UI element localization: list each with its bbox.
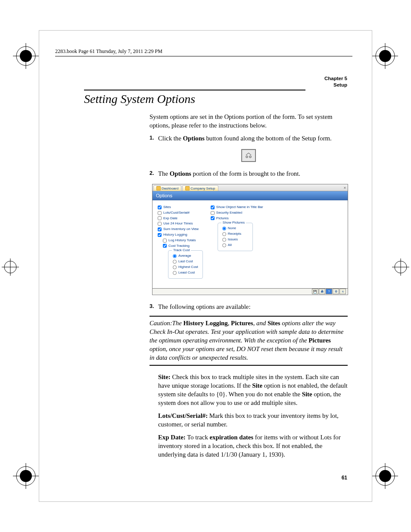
svg-point-3: [20, 50, 32, 62]
body-column: System options are set in the Options po…: [149, 113, 348, 182]
step-2-number: 2.: [149, 170, 158, 177]
checkbox-sites[interactable]: Sites: [158, 205, 203, 210]
step-1-text: Click the Options button found along the…: [158, 134, 348, 143]
checkbox-24-hour[interactable]: Use 24 Hour Times: [158, 221, 203, 227]
options-icon: [241, 149, 256, 162]
folder-icon: [185, 186, 190, 190]
legend-show-pictures: Show Pictures: [221, 220, 246, 226]
crop-mark-mid-left: [2, 258, 19, 276]
step-2: 2. The Options portion of the form is br…: [149, 170, 348, 178]
crop-mark-mid-right: [392, 258, 409, 276]
options-right-column: Show Object Name in Title Bar Security E…: [211, 205, 263, 279]
step-1-number: 1.: [149, 134, 158, 142]
def-exp: Exp Date: To track expiration dates for …: [158, 433, 348, 459]
options-left-column: Sites Lots/Cust/Serial# Exp Date Use 24 …: [158, 205, 203, 279]
radio-least-cost[interactable]: Least Cost: [173, 270, 198, 276]
app-tabstrip: Dashboard Company Setup ×: [153, 184, 348, 191]
fieldset-show-pictures: Show Pictures None Receipts Issues All: [218, 223, 253, 251]
step-1: 1. Click the Options button found along …: [149, 134, 348, 143]
checkbox-security-enabled[interactable]: Security Enabled: [211, 210, 263, 216]
radio-average[interactable]: Average: [173, 253, 198, 259]
radio-none[interactable]: None: [222, 226, 248, 231]
def-site: Site: Check this box to track multiple s…: [158, 373, 348, 408]
crop-mark-top-left: [13, 43, 39, 69]
page-header-line: 2283.book Page 61 Thursday, July 7, 2011…: [55, 48, 162, 55]
svg-point-23: [249, 156, 251, 158]
footer-options-icon[interactable]: ⚙: [333, 289, 339, 294]
radio-last-cost[interactable]: Last Cost: [173, 259, 198, 264]
crop-mark-bottom-right: [372, 463, 398, 489]
folder-icon: [156, 186, 161, 190]
checkbox-show-object-name[interactable]: Show Object Name in Title Bar: [211, 205, 263, 210]
step-3-text: The following options are available:: [158, 303, 348, 311]
running-head: Chapter 5 Setup: [324, 75, 347, 88]
panel-header: Options: [153, 191, 348, 200]
footer-print-icon[interactable]: 🖶: [319, 289, 325, 294]
svg-point-11: [20, 470, 32, 482]
header-rule: [55, 56, 352, 56]
step-3-number: 3.: [149, 303, 158, 310]
page-number: 61: [342, 475, 347, 481]
checkbox-log-history-totals[interactable]: Log History Totals: [158, 238, 203, 243]
radio-receipts[interactable]: Receipts: [222, 231, 248, 237]
options-button-figure: [149, 149, 348, 162]
def-lots: Lots/Cust/Serial#: Mark this box to trac…: [158, 412, 348, 429]
checkbox-lots[interactable]: Lots/Cust/Serial#: [158, 210, 203, 216]
intro-paragraph: System options are set in the Options po…: [149, 113, 348, 130]
checkbox-sum-inventory[interactable]: Sum Inventory on View: [158, 227, 203, 232]
running-head-line2: Setup: [324, 82, 347, 88]
footer-save-icon[interactable]: 💾: [312, 289, 318, 294]
step-3-row: 3. The following options are available:: [149, 303, 348, 315]
tab-company-setup[interactable]: Company Setup: [182, 185, 218, 191]
footer-help-icon[interactable]: ?: [326, 289, 332, 294]
running-head-line1: Chapter 5: [324, 75, 347, 82]
radio-highest-cost[interactable]: Highest Cost: [173, 264, 198, 270]
options-form-screenshot: Dashboard Company Setup × Options Sites …: [152, 184, 348, 295]
crop-mark-top-right: [372, 43, 398, 69]
svg-point-22: [246, 156, 248, 158]
tab-dashboard[interactable]: Dashboard: [153, 185, 181, 191]
radio-issues[interactable]: Issues: [222, 237, 248, 243]
close-icon[interactable]: ×: [344, 186, 346, 190]
checkbox-history-logging[interactable]: History Logging: [158, 232, 203, 238]
section-title: Setting System Options: [84, 92, 195, 106]
checkbox-exp-date[interactable]: Exp Date: [158, 216, 203, 221]
app-statusbar: 💾 🖶 ? ⚙ ⎋: [153, 288, 348, 294]
caution-block: Caution:The History Logging, Pictures, a…: [149, 316, 348, 366]
step-2-text: The Options portion of the form is broug…: [158, 170, 348, 178]
svg-point-7: [379, 50, 391, 62]
fieldset-track-cost: Track Cost Average Last Cost Highest Cos…: [168, 250, 203, 278]
footer-exit-icon[interactable]: ⎋: [339, 289, 346, 294]
svg-point-15: [379, 470, 391, 482]
crop-mark-bottom-left: [13, 463, 39, 489]
legend-track-cost: Track Cost: [172, 248, 191, 253]
section-rule: [84, 90, 305, 90]
radio-all[interactable]: All: [222, 243, 248, 248]
definitions-block: Site: Check this box to track multiple s…: [158, 373, 348, 464]
